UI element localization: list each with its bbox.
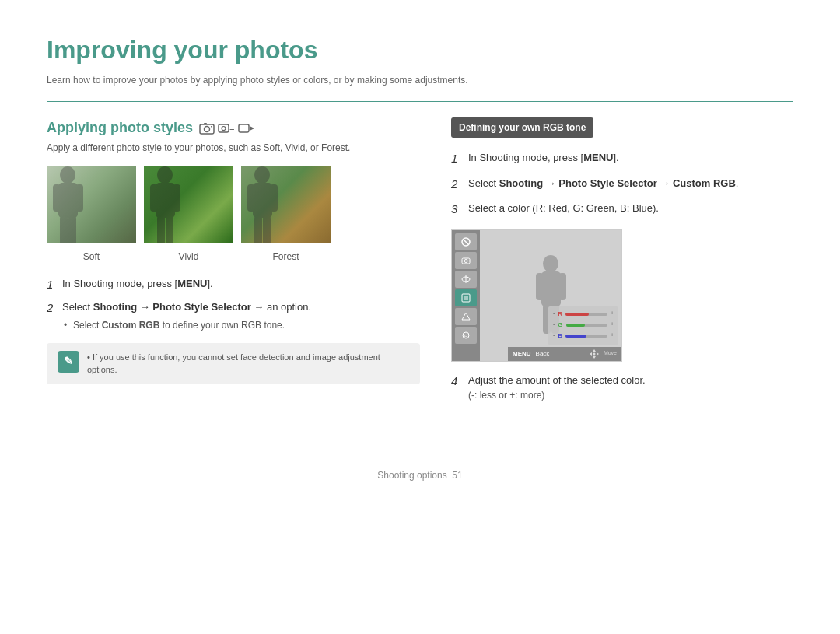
photo-label-soft: Soft [47, 250, 136, 264]
svg-rect-16 [156, 183, 175, 218]
note-text: • If you use this function, you cannot s… [87, 351, 409, 377]
right-step-2-num: 2 [451, 176, 462, 194]
photo-label-forest: Forest [241, 250, 331, 264]
slider-fill-b [565, 335, 586, 338]
left-step-2-sub: Select Custom RGB to define your own RGB… [62, 318, 311, 332]
right-step-3: 3 Select a color (R: Red, G: Green, B: B… [451, 201, 793, 219]
page-subtitle: Learn how to improve your photos by appl… [47, 73, 793, 87]
svg-marker-8 [250, 126, 254, 131]
cam-icon-forest [455, 308, 477, 325]
slider-fill-g [566, 324, 585, 327]
camera-icon [199, 122, 215, 135]
soft-person-silhouette [47, 166, 89, 243]
slider-g: - G + [553, 321, 614, 330]
section-title-text: Applying photo styles [47, 117, 193, 138]
slider-r: - R + [553, 310, 614, 319]
svg-rect-18 [173, 184, 180, 212]
slider-track-g [566, 324, 607, 327]
svg-marker-35 [462, 313, 470, 320]
right-step-1-num: 1 [451, 150, 462, 168]
cam-icon-normal [455, 252, 477, 269]
right-step-4: 4 Adjust the amount of the selected colo… [451, 373, 793, 403]
svg-marker-44 [593, 349, 596, 352]
left-step-1-num: 1 [47, 276, 58, 294]
slider-track-b [565, 335, 607, 338]
left-step-2-text: Select Shooting → Photo Style Selector →… [62, 299, 311, 332]
note-box: ✎ • If you use this function, you cannot… [47, 343, 420, 384]
rgb-badge: Defining your own RGB tone [451, 117, 593, 138]
camera-bottom-bar: MENU Back Move [508, 347, 621, 361]
left-column: Applying photo styles ☰ [47, 117, 420, 414]
footer-page-num: 51 [452, 470, 462, 481]
svg-marker-45 [593, 356, 596, 359]
footer: Shooting options 51 [47, 461, 793, 482]
plus-b: + [611, 331, 614, 340]
svg-marker-47 [597, 352, 599, 356]
svg-text:☰: ☰ [229, 127, 234, 132]
svg-rect-26 [263, 215, 271, 243]
svg-rect-23 [247, 184, 255, 212]
svg-rect-3 [211, 126, 212, 128]
right-step-4-list: 4 Adjust the amount of the selected colo… [451, 373, 793, 403]
cam-icon-soft [455, 271, 477, 288]
photo-labels: Soft Vivid Forest [47, 250, 420, 264]
cam-icon-vivid [455, 289, 477, 306]
svg-rect-34 [464, 296, 468, 300]
svg-rect-40 [536, 273, 544, 300]
menu-label: MENU [513, 349, 531, 359]
note-icon: ✎ [58, 351, 79, 373]
svg-rect-10 [58, 183, 78, 218]
svg-rect-13 [60, 215, 68, 243]
svg-point-9 [60, 166, 75, 184]
svg-rect-24 [270, 184, 278, 212]
main-content: Applying photo styles ☰ [47, 117, 793, 414]
plus-r: + [611, 310, 614, 318]
section-desc: Apply a different photo style to your ph… [47, 142, 420, 155]
section-icons: ☰ [199, 122, 255, 135]
right-step-2-text: Select Shooting → Photo Style Selector →… [468, 176, 738, 191]
right-step-3-text: Select a color (R: Red, G: Green, B: Blu… [468, 201, 659, 216]
svg-line-28 [464, 240, 468, 244]
right-step-2: 2 Select Shooting → Photo Style Selector… [451, 176, 793, 194]
right-column: Defining your own RGB tone 1 In Shooting… [451, 117, 793, 414]
camera-sidebar: R [452, 230, 480, 361]
slider-fill-r [565, 313, 589, 316]
right-step-1-text: In Shooting mode, press [MENU]. [468, 150, 619, 166]
photo-forest [241, 166, 331, 243]
footer-text: Shooting options [377, 470, 446, 481]
svg-point-38 [543, 255, 558, 272]
svg-rect-2 [204, 123, 207, 124]
svg-rect-25 [254, 215, 262, 243]
slider-track-r [565, 313, 607, 316]
svg-rect-12 [75, 184, 83, 212]
left-step-1-text: In Shooting mode, press [MENU]. [62, 276, 213, 292]
sub-item-custom-rgb: Select Custom RGB to define your own RGB… [62, 318, 311, 332]
cam-icon-off [455, 233, 477, 250]
move-label: Move [604, 349, 617, 358]
rgb-sliders-panel: - R + - G + [548, 306, 618, 345]
svg-rect-7 [239, 124, 249, 132]
right-step-1: 1 In Shooting mode, press [MENU]. [451, 150, 793, 168]
svg-rect-4 [219, 124, 229, 132]
burst-icon: ☰ [218, 122, 235, 135]
video-icon [238, 122, 255, 135]
svg-point-21 [254, 166, 270, 184]
svg-marker-46 [590, 352, 592, 356]
svg-rect-20 [166, 215, 173, 243]
cam-icon-custom: R [455, 327, 477, 344]
left-step-1: 1 In Shooting mode, press [MENU]. [47, 276, 420, 294]
vivid-person-silhouette [144, 166, 187, 243]
left-steps: 1 In Shooting mode, press [MENU]. 2 Sele… [47, 276, 420, 332]
plus-g: + [611, 321, 614, 329]
camera-main-view: - R + - G + [480, 230, 621, 361]
svg-rect-17 [150, 184, 158, 212]
dpad-icon [590, 349, 599, 359]
page-title: Improving your photos [47, 31, 793, 68]
svg-point-5 [222, 126, 226, 130]
svg-text:R: R [464, 334, 468, 338]
right-step-4-num: 4 [451, 373, 462, 391]
right-step-4-text: Adjust the amount of the selected color.… [468, 373, 646, 403]
svg-rect-39 [541, 271, 561, 306]
minus-g: - [553, 321, 555, 329]
minus-r: - [553, 310, 555, 318]
